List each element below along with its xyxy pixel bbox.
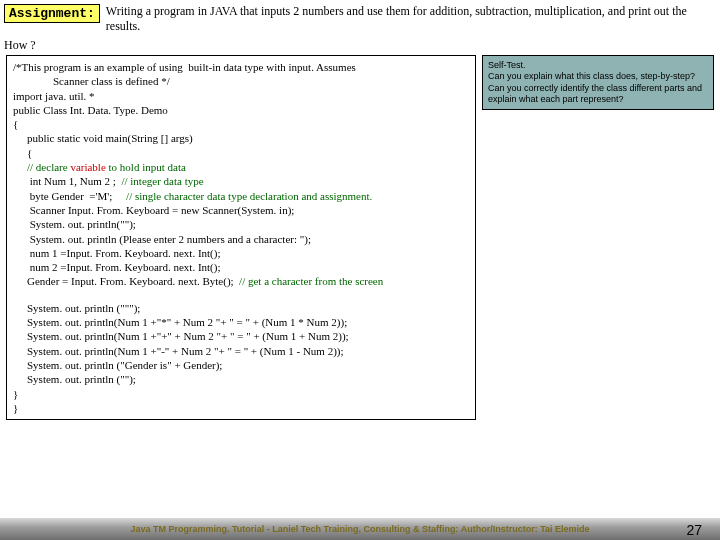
code-line: public Class Int. Data. Type. Demo [13, 104, 168, 116]
self-test-line: Can you explain what this class does, st… [488, 71, 708, 82]
code-line: Scanner Input. From. Keyboard = new Scan… [27, 204, 294, 216]
page-number: 27 [686, 522, 702, 538]
code-line: Gender = Input. From. Keyboard. next. By… [27, 275, 239, 287]
footer-bar: Java TM Programming. Tutorial - Laniel T… [0, 518, 720, 540]
code-line: System. out. println (Please enter 2 num… [27, 233, 311, 245]
code-line: byte Gender ='M'; [27, 190, 126, 202]
code-line: { [13, 118, 18, 130]
self-test-line: Can you correctly identify the class dif… [488, 83, 708, 106]
code-line: num 1 =Input. From. Keyboard. next. Int(… [27, 247, 220, 259]
code-line: System. out. println (""); [27, 373, 136, 385]
code-line: } [13, 388, 18, 400]
code-line: } [13, 402, 18, 414]
code-line: Scanner class is defined */ [53, 75, 170, 87]
self-test-line: Self-Test. [488, 60, 708, 71]
code-line: { [27, 147, 32, 159]
code-line: System. out. println ("""); [27, 302, 140, 314]
code-line: import java. util. * [13, 90, 95, 102]
code-comment: // single character data type declaratio… [126, 190, 372, 202]
code-comment: // integer data type [121, 175, 203, 187]
code-line: System. out. println(""); [27, 218, 136, 230]
code-line: num 2 =Input. From. Keyboard. next. Int(… [27, 261, 220, 273]
code-line: System. out. println(Num 1 +"*" + Num 2 … [27, 316, 347, 328]
code-line: /*This program is an example of using bu… [13, 61, 356, 73]
footer-text: Java TM Programming. Tutorial - Laniel T… [0, 524, 720, 534]
code-line: System. out. println(Num 1 +"+" + Num 2 … [27, 330, 349, 342]
code-comment: to hold input data [106, 161, 186, 173]
code-line: System. out. println ("Gender is" + Gend… [27, 359, 222, 371]
code-listing: /*This program is an example of using bu… [6, 55, 476, 420]
code-keyword: variable [70, 161, 105, 173]
code-line: System. out. println(Num 1 +"-" + Num 2 … [27, 345, 344, 357]
code-comment: // declare [27, 161, 70, 173]
assignment-label: Assignment: [4, 4, 100, 23]
self-test-box: Self-Test. Can you explain what this cla… [482, 55, 714, 110]
code-line: public static void main(String [] args) [27, 132, 193, 144]
code-comment: // get a character from the screen [239, 275, 383, 287]
how-label: How ? [0, 34, 720, 55]
code-line: int Num 1, Num 2 ; [27, 175, 121, 187]
assignment-text: Writing a program in JAVA that inputs 2 … [100, 4, 716, 34]
